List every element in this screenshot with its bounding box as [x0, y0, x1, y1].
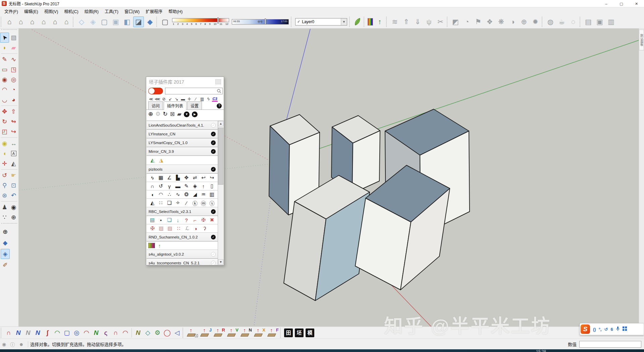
plugin-tool-icon[interactable]: ❂ — [182, 191, 191, 197]
plugin-tool-icon[interactable]: ✥ — [182, 175, 191, 181]
plugin-panel-title-bar[interactable]: 坯子插件库 2017 — [146, 77, 224, 86]
ime-voice-num-icon[interactable]: 6 — [610, 327, 613, 332]
plugin-tool-icon[interactable]: ▨ — [166, 225, 174, 231]
run-button[interactable]: ▶ — [192, 112, 198, 117]
plugin-enabled-toggle[interactable]: ✓ — [211, 132, 216, 136]
plugin-tool-icon[interactable]: ⇌ — [191, 175, 199, 181]
style-hidden-line-icon[interactable]: ▣ — [110, 16, 121, 27]
3d-text-tool[interactable]: ◭ — [9, 159, 18, 169]
menu-draw[interactable]: 绘图(R) — [82, 7, 102, 15]
push-pull-tool[interactable]: ⇧ — [9, 106, 18, 117]
blue-solid-tool-2[interactable]: ◈ — [1, 249, 10, 259]
plugin-tool-icon[interactable]: ▬ — [174, 183, 182, 189]
sphere-icon[interactable]: ◑ — [507, 16, 518, 27]
tape-measure-tool[interactable]: ◉ — [0, 138, 9, 148]
rounded-rect-icon[interactable]: ▢ — [62, 328, 72, 338]
look-around-tool[interactable]: ◉ — [9, 202, 18, 212]
plugin-tool-icon[interactable]: ↑ — [155, 243, 164, 249]
paint-bucket-tool[interactable]: ◗ — [0, 43, 9, 53]
layer-dropdown[interactable]: ✓ Layer0 ▼ — [295, 18, 347, 26]
plugin-tool-icon[interactable]: ◗ — [192, 226, 200, 231]
plugin-tool-icon[interactable]: ◢ — [191, 191, 199, 197]
line-tool[interactable]: ✎ — [0, 54, 9, 64]
plugin-enabled-toggle[interactable]: ✓ — [211, 252, 216, 257]
plugin-row[interactable]: s4u_tocomponents_CN_5.2.1✓ — [147, 259, 218, 265]
toolbar-grip[interactable] — [1, 328, 3, 338]
toolbar-grip[interactable] — [1, 29, 17, 32]
plugin-panel-close-button[interactable] — [215, 79, 221, 84]
polyline-curve-icon[interactable]: N — [33, 328, 43, 338]
plugin-tool-icon[interactable]: ⌐ — [191, 217, 199, 223]
plugin-enabled-toggle[interactable]: ✓ — [211, 209, 216, 214]
geolocation-status-icon[interactable]: ◉ — [2, 342, 6, 347]
plugin-tool-icon[interactable]: ↺ — [157, 183, 165, 189]
plugin-tool-icon[interactable]: ▙ — [174, 175, 182, 181]
protractor-tool[interactable]: ◖ — [0, 148, 9, 159]
plugin-tool-icon[interactable]: ✠ — [199, 217, 207, 223]
plugin-settings-button[interactable]: ⚙ — [155, 111, 160, 118]
pan-tool[interactable]: ☛ — [9, 170, 18, 180]
arrow-up-green-icon[interactable]: ↑ — [374, 16, 385, 27]
plugin-tool-icon[interactable]: ʔ — [201, 226, 209, 231]
squiggle-icon[interactable]: ς — [101, 328, 111, 338]
three-point-arc-tool[interactable]: ◕ — [9, 95, 18, 105]
style-wireframe-icon[interactable]: ▢ — [99, 16, 110, 27]
offset-tool[interactable]: ↪ — [9, 127, 18, 137]
plugin-tool-icon[interactable]: ∴ — [165, 191, 173, 197]
plugin-shortcut-icon-7[interactable]: ✛ — [186, 97, 192, 101]
export-v-button[interactable]: ↑V — [226, 328, 239, 338]
make-component-tool[interactable]: ▧ — [9, 33, 18, 43]
spline-icon[interactable]: ∫ — [43, 328, 52, 338]
toolbar-grip[interactable] — [542, 17, 544, 27]
position-camera-tool[interactable]: ♟ — [0, 202, 9, 212]
toolbar-grip[interactable] — [156, 17, 159, 27]
plugin-tool-icon[interactable]: ◭ — [148, 200, 156, 206]
export-f-button[interactable]: ↑F — [266, 328, 279, 338]
corner-curve-icon[interactable]: ◠ — [120, 328, 130, 338]
grass-icon[interactable]: ψ — [424, 16, 434, 27]
arc-red-icon[interactable]: ◠ — [82, 328, 91, 338]
olive-curve-icon[interactable]: N — [133, 328, 143, 338]
section-plane-tool[interactable]: ⊕ — [9, 212, 18, 222]
pie-tool[interactable]: ◔ — [9, 85, 18, 95]
minimize-button[interactable]: – — [599, 0, 614, 7]
toolbar-grip[interactable] — [580, 17, 582, 27]
menu-tools[interactable]: 工具(T) — [102, 7, 121, 15]
plugin-tool-icon[interactable]: ∿ — [174, 191, 182, 197]
plugin-tool-icon[interactable]: ↩ — [199, 175, 207, 181]
tray-panel-icon-3[interactable]: ▥ — [606, 16, 616, 27]
pi-panel-button[interactable]: 坯 — [295, 328, 304, 337]
tab-settings[interactable]: 设置 — [187, 101, 202, 109]
default-tray-tab[interactable]: 默认面板 — [639, 30, 644, 50]
tian-panel-button[interactable]: 田 — [284, 328, 293, 337]
circle-tool[interactable]: ◉ — [0, 75, 9, 85]
toolbar-grip[interactable] — [386, 17, 388, 27]
plugin-tool-icon[interactable]: ✠ — [148, 225, 157, 231]
plugin-row[interactable]: RND_Suchannels_CN_1.0.2✓ — [147, 233, 218, 241]
plugin-row[interactable]: LYInstance_CN✓ — [147, 130, 218, 138]
plugin-row[interactable]: LYSmartCopy_CN_1.0✓ — [147, 138, 218, 147]
export-x-button[interactable]: ↑X — [253, 328, 266, 338]
scrollbar-up-icon[interactable]: ▲ — [218, 121, 223, 126]
triangle-curve-icon[interactable]: ◁ — [172, 328, 182, 338]
wrench-icon[interactable]: ⚙ — [153, 328, 162, 338]
palette-icon[interactable] — [148, 243, 155, 248]
plugin-tool-icon[interactable]: ◖ — [148, 192, 156, 197]
freehand-tool[interactable]: ∿ — [9, 54, 18, 64]
menu-edit[interactable]: 编辑(E) — [21, 7, 41, 15]
walk-tool[interactable]: ∵ — [0, 212, 9, 222]
plugin-shortcut-icon-5[interactable]: ↘ — [174, 97, 179, 101]
plugin-row[interactable]: Mirror_CN_3.9✓ — [147, 147, 218, 156]
plugin-enabled-toggle[interactable]: ✓ — [211, 149, 216, 154]
menu-extensions[interactable]: 扩展程序 — [143, 7, 165, 15]
teapot-icon[interactable]: ☕ — [556, 16, 567, 27]
style-shaded-icon[interactable]: ◧ — [122, 16, 132, 27]
layer-dropdown-arrow-icon[interactable]: ▼ — [341, 18, 347, 25]
dropdown-arrow-icon[interactable]: ▾ — [195, 334, 198, 337]
scrollbar-thumb[interactable] — [218, 128, 223, 185]
zoom-tool[interactable]: ⚲ — [0, 180, 9, 190]
tray-panel-icon-2[interactable]: ▣ — [594, 16, 605, 27]
plugin-search-input[interactable] — [165, 88, 216, 94]
spiral-icon[interactable]: ◎ — [72, 328, 82, 338]
plugin-tool-icon[interactable]: ↑ — [199, 183, 207, 189]
